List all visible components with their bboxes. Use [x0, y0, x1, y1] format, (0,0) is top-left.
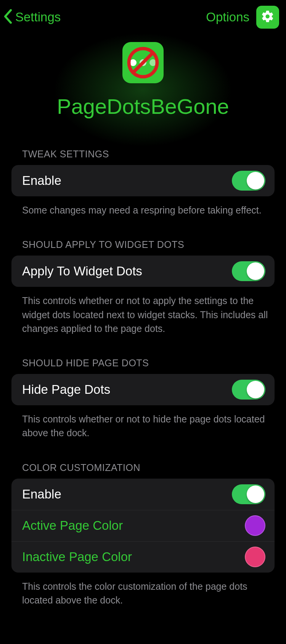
enable-toggle[interactable] [232, 171, 265, 191]
app-icon [122, 42, 164, 83]
hero: PageDotsBeGone [0, 38, 286, 130]
section-header: SHOULD APPLY TO WIDGET DOTS [22, 239, 275, 250]
header-right: Options [206, 6, 279, 29]
section-header: TWEAK SETTINGS [22, 149, 275, 160]
active-color-swatch[interactable] [245, 515, 265, 536]
inactive-color-swatch[interactable] [245, 547, 265, 567]
cell-label: Active Page Color [22, 518, 123, 533]
chevron-left-icon [4, 9, 12, 25]
cell-label: Inactive Page Color [22, 550, 132, 564]
options-button[interactable]: Options [206, 10, 249, 24]
section-hide-page-dots: SHOULD HIDE PAGE DOTS Hide Page Dots Thi… [11, 358, 275, 440]
section-footer: This controls the color customization of… [22, 579, 273, 607]
section-widget-dots: SHOULD APPLY TO WIDGET DOTS Apply To Wid… [11, 239, 275, 335]
prohibit-icon [126, 46, 160, 79]
section-tweak-settings: TWEAK SETTINGS Enable Some changes may n… [11, 149, 275, 217]
cell-label: Enable [22, 487, 61, 502]
cell-apply-widget-dots: Apply To Widget Dots [11, 256, 275, 287]
back-button[interactable]: Settings [4, 9, 61, 25]
apply-widget-dots-toggle[interactable] [232, 261, 265, 281]
section-color-customization: COLOR CUSTOMIZATION Enable Active Page C… [11, 462, 275, 607]
section-footer: This controls whether or not to hide the… [22, 412, 273, 440]
cell-color-enable: Enable [11, 479, 275, 510]
back-label: Settings [15, 10, 61, 24]
cell-active-page-color[interactable]: Active Page Color [11, 510, 275, 541]
cell-label: Apply To Widget Dots [22, 264, 142, 278]
cell-inactive-page-color[interactable]: Inactive Page Color [11, 541, 275, 573]
cell-hide-page-dots: Hide Page Dots [11, 374, 275, 405]
gear-icon [261, 10, 275, 25]
section-footer: This controls whether or not to apply th… [22, 294, 273, 335]
section-header: SHOULD HIDE PAGE DOTS [22, 358, 275, 369]
section-header: COLOR CUSTOMIZATION [22, 462, 275, 473]
settings-gear-button[interactable] [256, 6, 279, 29]
color-enable-toggle[interactable] [232, 484, 265, 504]
section-footer: Some changes may need a respring before … [22, 203, 273, 217]
cell-label: Hide Page Dots [22, 382, 110, 397]
svg-line-1 [133, 53, 152, 72]
cell-label: Enable [22, 173, 61, 188]
cell-enable: Enable [11, 165, 275, 196]
app-title: PageDotsBeGone [0, 94, 286, 119]
hide-page-dots-toggle[interactable] [232, 380, 265, 400]
nav-bar: Settings Options [0, 0, 286, 34]
